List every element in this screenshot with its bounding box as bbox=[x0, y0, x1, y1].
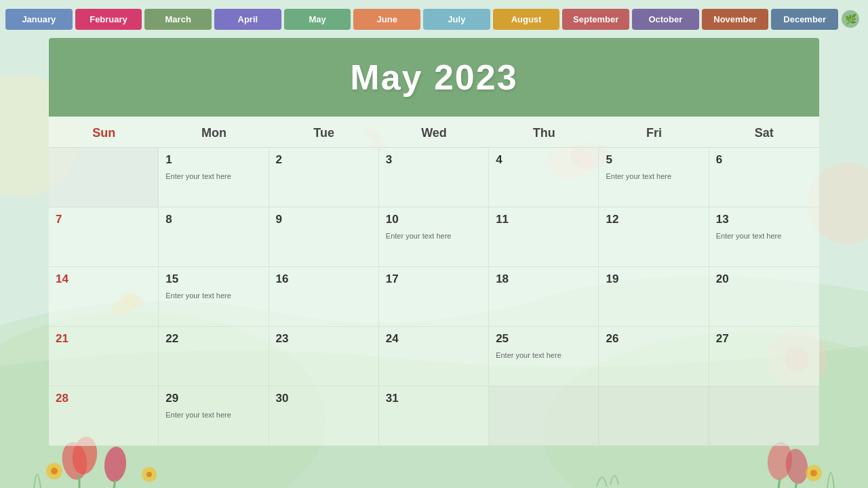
cell-event-text[interactable]: Enter your text here bbox=[165, 291, 231, 300]
day-header-fri: Fri bbox=[599, 117, 709, 147]
calendar-cell[interactable]: 21 bbox=[49, 327, 159, 386]
cell-date-number: 3 bbox=[386, 153, 481, 167]
svg-line-9 bbox=[114, 480, 115, 488]
calendar-cell[interactable]: 28 bbox=[49, 386, 159, 446]
day-header-mon: Mon bbox=[159, 117, 269, 147]
calendar-cell[interactable]: 27 bbox=[709, 327, 819, 386]
month-btn-jul[interactable]: July bbox=[423, 9, 490, 30]
calendar-cell[interactable]: 14 bbox=[49, 267, 159, 327]
cell-event-text[interactable]: Enter your text here bbox=[716, 232, 782, 240]
cell-event-text[interactable]: Enter your text here bbox=[386, 232, 452, 240]
day-header-wed: Wed bbox=[379, 117, 489, 147]
month-btn-may[interactable]: May bbox=[284, 9, 351, 30]
svg-point-13 bbox=[146, 472, 152, 477]
month-btn-jan[interactable]: January bbox=[5, 9, 73, 30]
cell-date-number: 10 bbox=[386, 213, 481, 226]
calendar-cell[interactable]: 5Enter your text here bbox=[599, 148, 709, 207]
cell-event-text[interactable]: Enter your text here bbox=[165, 172, 231, 180]
cell-date-number: 15 bbox=[165, 272, 261, 286]
svg-point-17 bbox=[810, 470, 817, 476]
calendar-cell[interactable]: 19 bbox=[599, 267, 709, 327]
calendar-cell[interactable]: 8 bbox=[159, 207, 269, 267]
cell-date-number: 14 bbox=[56, 272, 151, 286]
calendar-title: May 2023 bbox=[49, 57, 819, 98]
cell-date-number: 4 bbox=[496, 153, 591, 167]
cell-date-number: 31 bbox=[386, 392, 481, 405]
calendar-cell[interactable]: 9 bbox=[269, 207, 379, 267]
svg-text:🌿: 🌿 bbox=[845, 14, 857, 25]
cell-date-number: 18 bbox=[496, 272, 591, 286]
calendar-cell[interactable]: 17 bbox=[379, 267, 489, 327]
cell-date-number: 29 bbox=[165, 392, 261, 405]
month-btn-aug[interactable]: August bbox=[493, 9, 560, 30]
cell-date-number: 21 bbox=[56, 332, 151, 346]
calendar-cell[interactable]: 26 bbox=[599, 327, 709, 386]
day-header-thu: Thu bbox=[489, 117, 599, 147]
calendar-cell[interactable]: 22 bbox=[159, 327, 269, 386]
calendar-cell[interactable]: 12 bbox=[599, 207, 709, 267]
cell-date-number: 30 bbox=[276, 392, 372, 405]
cell-date-number: 1 bbox=[165, 153, 261, 167]
cell-date-number: 19 bbox=[606, 272, 701, 286]
cell-date-number: 11 bbox=[496, 213, 591, 226]
cell-date-number: 9 bbox=[276, 213, 372, 226]
day-header-sat: Sat bbox=[709, 117, 819, 147]
calendar-cell bbox=[489, 386, 599, 446]
calendar-cell[interactable]: 16 bbox=[269, 267, 379, 327]
day-headers-row: SunMonTueWedThuFriSat bbox=[49, 117, 819, 148]
calendar-cell[interactable]: 25Enter your text here bbox=[489, 327, 599, 386]
month-btn-oct[interactable]: October bbox=[632, 9, 699, 30]
svg-line-18 bbox=[778, 479, 780, 488]
cell-date-number: 23 bbox=[276, 332, 372, 346]
month-btn-sep[interactable]: September bbox=[562, 9, 629, 30]
calendar-cell[interactable]: 2 bbox=[269, 148, 379, 207]
calendar-cell[interactable]: 4 bbox=[489, 148, 599, 207]
cell-event-text[interactable]: Enter your text here bbox=[165, 411, 231, 419]
cell-date-number: 28 bbox=[56, 392, 151, 405]
cell-date-number: 27 bbox=[716, 332, 812, 346]
cell-date-number: 8 bbox=[165, 213, 261, 226]
calendar-cell[interactable]: 10Enter your text here bbox=[379, 207, 489, 267]
month-navigation: JanuaryFebruaryMarchAprilMayJuneJulyAugu… bbox=[0, 0, 868, 38]
cell-event-text[interactable]: Enter your text here bbox=[606, 172, 671, 180]
month-btn-nov[interactable]: November bbox=[702, 9, 769, 30]
month-btn-dec[interactable]: December bbox=[771, 9, 838, 30]
day-header-tue: Tue bbox=[269, 117, 379, 147]
calendar-cell bbox=[599, 386, 709, 446]
calendar-cell[interactable]: 15Enter your text here bbox=[159, 267, 269, 327]
calendar-cell[interactable]: 29Enter your text here bbox=[159, 386, 269, 446]
calendar-cell[interactable]: 20 bbox=[709, 267, 819, 327]
month-btn-jun[interactable]: June bbox=[353, 9, 420, 30]
cell-date-number: 2 bbox=[276, 153, 372, 167]
cell-date-number: 13 bbox=[716, 213, 812, 226]
calendar-cell[interactable]: 30 bbox=[269, 386, 379, 446]
svg-point-11 bbox=[51, 468, 58, 474]
month-btn-apr[interactable]: April bbox=[214, 9, 281, 30]
calendar-cell[interactable]: 18 bbox=[489, 267, 599, 327]
day-header-sun: Sun bbox=[49, 117, 159, 147]
calendar-cell[interactable]: 7 bbox=[49, 207, 159, 267]
cell-date-number: 17 bbox=[386, 272, 481, 286]
cell-date-number: 16 bbox=[276, 272, 372, 286]
month-btn-mar[interactable]: March bbox=[144, 9, 212, 30]
calendar-header: May 2023 bbox=[49, 38, 819, 117]
calendar-cell[interactable]: 31 bbox=[379, 386, 489, 446]
cell-date-number: 26 bbox=[606, 332, 701, 346]
calendar-cell[interactable]: 24 bbox=[379, 327, 489, 386]
calendar-grid: 1Enter your text here2345Enter your text… bbox=[49, 148, 819, 446]
cell-event-text[interactable]: Enter your text here bbox=[496, 351, 561, 359]
calendar-cell[interactable]: 23 bbox=[269, 327, 379, 386]
cell-date-number: 6 bbox=[716, 153, 812, 167]
calendar-cell[interactable]: 3 bbox=[379, 148, 489, 207]
month-btn-feb[interactable]: February bbox=[75, 9, 142, 30]
calendar-cell[interactable]: 1Enter your text here bbox=[159, 148, 269, 207]
cell-date-number: 12 bbox=[606, 213, 701, 226]
cell-date-number: 24 bbox=[386, 332, 481, 346]
calendar-cell[interactable]: 6 bbox=[709, 148, 819, 207]
calendar-cell[interactable]: 13Enter your text here bbox=[709, 207, 819, 267]
nav-icon: 🌿 bbox=[838, 7, 863, 31]
calendar-cell bbox=[49, 148, 159, 207]
calendar-cell[interactable]: 11 bbox=[489, 207, 599, 267]
cell-date-number: 25 bbox=[496, 332, 591, 346]
calendar-container: May 2023 SunMonTueWedThuFriSat 1Enter yo… bbox=[49, 38, 819, 446]
